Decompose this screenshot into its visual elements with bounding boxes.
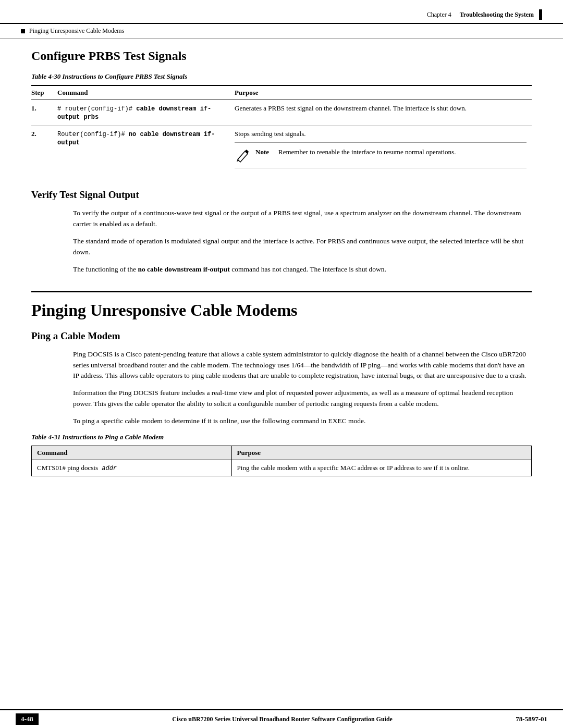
para-ping-3: To ping a specific cable modem to determ… <box>73 416 527 427</box>
ping-command-cell: CMTS01# ping docsis addr <box>32 460 232 476</box>
ping-col-command: Command <box>32 446 232 460</box>
step-num: 2. <box>31 126 57 179</box>
section3-title: Ping a Cable Modem <box>31 330 532 342</box>
section1-title: Configure PRBS Test Signals <box>31 49 532 63</box>
page-footer: 4-48 Cisco uBR7200 Series Universal Broa… <box>0 709 563 728</box>
ping-cmd-prefix: CMTS01# <box>37 464 67 472</box>
para-ping-2: Information the Ping DOCSIS feature incl… <box>73 388 527 410</box>
note-label: Note <box>255 147 274 156</box>
note-pencil-icon <box>235 147 251 164</box>
step-num: 1. <box>31 100 57 126</box>
purpose-text: Stops sending test signals. <box>235 130 306 138</box>
inline-bold: no cable downstream if-output <box>138 265 229 273</box>
chapter-title: Pinging Unresponsive Cable Modems <box>31 291 532 320</box>
ping-table: Command Purpose CMTS01# ping docsis addr… <box>31 446 532 476</box>
footer-center-text: Cisco uBR7200 Series Universal Broadband… <box>49 715 516 723</box>
table1-caption: Table 4-30 Instructions to Configure PRB… <box>31 72 532 81</box>
para-verify-2: The standard mode of operation is modula… <box>73 236 527 258</box>
subheader-text: Pinging Unresponsive Cable Modems <box>29 27 124 35</box>
footer-right-text: 78-5897-01 <box>516 715 547 723</box>
table-row: CMTS01# ping docsis addr Ping the cable … <box>32 460 532 476</box>
section2-title: Verify Test Signal Output <box>31 189 532 201</box>
cmd-prefix: Router(config-if)# <box>57 131 129 138</box>
cmd-prefix: # router(config-if)# <box>57 105 136 113</box>
ping-cmd-bold: ping docsis <box>67 464 98 472</box>
col-step: Step <box>31 85 57 100</box>
note-box: Note Remember to reenable the interface … <box>235 142 527 168</box>
prbs-table: Step Command Purpose 1. # router(config-… <box>31 85 532 179</box>
header-chapter: Chapter 4 <box>427 11 451 19</box>
subheader-bullet-icon <box>21 29 25 33</box>
purpose-cell: Stops sending test signals. Note Remembe… <box>235 126 532 179</box>
ping-purpose-cell: Ping the cable modem with a specific MAC… <box>231 460 531 476</box>
note-text: Remember to reenable the interface to re… <box>278 147 456 157</box>
command-cell: Router(config-if)# no cable downstream i… <box>57 126 235 179</box>
header-title: Troubleshooting the System <box>460 11 534 19</box>
table2-caption: Table 4-31 Instructions to Ping a Cable … <box>31 433 532 441</box>
ping-cmd-italic: addr <box>98 465 117 472</box>
footer-page-number: 4-48 <box>16 713 39 725</box>
page-subheader: Pinging Unresponsive Cable Modems <box>0 24 563 39</box>
main-content: Configure PRBS Test Signals Table 4-30 I… <box>0 49 563 476</box>
para-ping-1: Ping DOCSIS is a Cisco patent-pending fe… <box>73 349 527 382</box>
header-bar-icon <box>539 9 542 20</box>
table-row: 2. Router(config-if)# no cable downstrea… <box>31 126 532 179</box>
para-verify-3: The functioning of the no cable downstre… <box>73 264 527 275</box>
purpose-cell: Generates a PRBS test signal on the down… <box>235 100 532 126</box>
ping-col-purpose: Purpose <box>231 446 531 460</box>
col-purpose: Purpose <box>235 85 532 100</box>
table-row: 1. # router(config-if)# cable downstream… <box>31 100 532 126</box>
col-command: Command <box>57 85 235 100</box>
page-header: Chapter 4 Troubleshooting the System <box>0 0 563 24</box>
command-cell: # router(config-if)# cable downstream if… <box>57 100 235 126</box>
para-verify-1: To verify the output of a continuous-wav… <box>73 208 527 230</box>
